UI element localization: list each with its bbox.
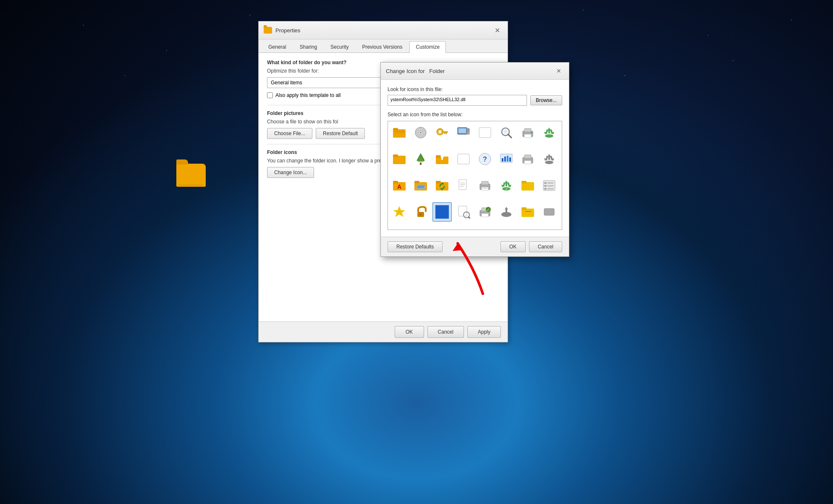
icon-cell-recycle2[interactable] [540, 149, 559, 169]
svg-rect-10 [442, 131, 448, 133]
choose-file-button[interactable]: Choose File... [267, 128, 312, 139]
svg-rect-12 [444, 133, 445, 134]
file-label: Look for icons in this file: [388, 86, 562, 92]
icon-cell-cd[interactable] [411, 123, 430, 142]
svg-rect-44 [524, 155, 531, 158]
svg-line-21 [508, 134, 511, 138]
svg-text:✓: ✓ [505, 187, 508, 191]
svg-rect-75 [547, 188, 553, 189]
file-path-display[interactable]: ystemRoot%\System32\SHELL32.dll [388, 95, 527, 106]
change-icon-button[interactable]: Change Icon... [267, 167, 314, 178]
titlebar-folder-icon [264, 27, 272, 34]
svg-rect-16 [467, 129, 469, 130]
apply-template-checkbox[interactable] [267, 92, 273, 98]
icon-cell-search-doc[interactable] [454, 202, 473, 222]
svg-rect-28 [393, 154, 398, 157]
icon-cell-chart[interactable] [497, 149, 516, 169]
browse-button[interactable]: Browse... [530, 95, 562, 105]
icon-cell-tree[interactable] [411, 149, 430, 169]
svg-rect-61 [482, 181, 488, 185]
icon-cell-printer[interactable] [518, 123, 537, 142]
svg-rect-35 [458, 154, 469, 164]
change-icon-titlebar: Change Icon for Folder ✕ [381, 63, 569, 80]
icon-cell-empty-1[interactable] [475, 123, 495, 142]
svg-point-9 [438, 130, 442, 133]
change-icon-cancel-button[interactable]: Cancel [529, 241, 562, 252]
icon-cell-printer2[interactable] [518, 149, 537, 169]
icon-cell-monitor-setup[interactable] [454, 123, 473, 142]
svg-rect-84 [482, 214, 488, 217]
icon-cell-key[interactable] [432, 123, 452, 142]
svg-rect-73 [547, 185, 553, 186]
icon-cell-folder2[interactable] [390, 149, 409, 169]
icon-cell-question[interactable]: ? [475, 149, 495, 169]
change-icon-footer: Restore Defaults OK Cancel [381, 237, 569, 256]
properties-ok-button[interactable]: OK [395, 326, 424, 338]
icon-cell-magnifier[interactable] [497, 123, 516, 142]
icon-cell-print-ok[interactable]: ✓ [475, 202, 495, 222]
icon-cell-empty-2[interactable] [454, 149, 473, 169]
svg-point-46 [545, 161, 553, 164]
tab-previous-versions[interactable]: Previous Versions [356, 41, 409, 52]
apply-template-label: Also apply this template to all [275, 92, 341, 98]
svg-rect-71 [547, 183, 553, 183]
properties-apply-button[interactable]: Apply [467, 326, 501, 338]
restore-defaults-button[interactable]: Restore Defaults [388, 241, 443, 252]
svg-marker-76 [393, 206, 405, 217]
icon-cell-upload-folder[interactable] [432, 149, 452, 169]
change-icon-close-button[interactable]: ✕ [554, 66, 564, 76]
properties-title: Properties [275, 27, 300, 34]
properties-tabs: General Sharing Security Previous Versio… [259, 39, 508, 53]
icon-cell-recycle4[interactable] [497, 202, 516, 222]
icon-cell-blank-doc[interactable] [454, 176, 473, 195]
svg-rect-14 [458, 128, 466, 133]
icon-cell-settings-list[interactable] [540, 176, 559, 195]
change-icon-title: Change Icon for Folder [386, 68, 445, 74]
restore-default-button[interactable]: Restore Default [316, 128, 365, 139]
change-icon-ok-button[interactable]: OK [500, 241, 526, 252]
icon-cell-folder-right2[interactable] [518, 202, 537, 222]
icon-cell-recycle[interactable] [540, 123, 559, 142]
svg-point-25 [531, 132, 532, 133]
tab-sharing[interactable]: Sharing [293, 41, 323, 52]
svg-text:?: ? [483, 156, 487, 163]
icon-cell-desktop-folder[interactable] [411, 176, 430, 195]
svg-rect-51 [414, 181, 419, 183]
icon-cell-lock[interactable] [411, 202, 430, 222]
change-icon-dialog: Change Icon for Folder ✕ Look for icons … [380, 62, 569, 257]
svg-text:✓: ✓ [487, 208, 490, 212]
icon-cell-gray-box[interactable] [540, 202, 559, 222]
svg-rect-53 [417, 185, 424, 188]
icon-cell-recycle3[interactable]: ✓ [497, 176, 516, 195]
svg-rect-23 [524, 128, 531, 132]
svg-rect-18 [479, 128, 491, 138]
tab-security[interactable]: Security [324, 41, 355, 52]
svg-line-81 [469, 217, 470, 219]
svg-point-20 [503, 130, 508, 134]
svg-rect-68 [521, 181, 527, 183]
svg-text:A: A [397, 183, 401, 190]
icon-cell-refresh-folder[interactable] [432, 176, 452, 195]
tab-general[interactable]: General [262, 41, 293, 52]
svg-point-7 [420, 132, 422, 133]
dialog-footer-right: OK Cancel [500, 241, 562, 252]
icon-cell-folder-grid[interactable] [390, 123, 409, 142]
change-icon-content: Look for icons in this file: ystemRoot%\… [381, 80, 569, 237]
svg-rect-1 [393, 128, 398, 131]
icon-cell-folder-right[interactable] [518, 176, 537, 195]
icon-cell-blue-square[interactable] [432, 202, 452, 222]
icon-cell-printer3[interactable] [475, 176, 495, 195]
icon-cell-font-a[interactable]: A [390, 176, 409, 195]
tab-customize[interactable]: Customize [409, 41, 446, 53]
svg-rect-41 [507, 156, 508, 162]
folder-icon [176, 164, 206, 187]
properties-close-button[interactable]: ✕ [492, 25, 503, 36]
desktop-folder[interactable] [176, 164, 206, 187]
svg-rect-55 [436, 181, 441, 183]
svg-point-8 [437, 129, 443, 135]
svg-rect-3 [395, 132, 404, 133]
properties-cancel-button[interactable]: Cancel [427, 326, 464, 338]
optimize-dropdown[interactable]: General items [267, 77, 385, 88]
icon-cell-star[interactable] [390, 202, 409, 222]
svg-rect-89 [521, 207, 527, 210]
